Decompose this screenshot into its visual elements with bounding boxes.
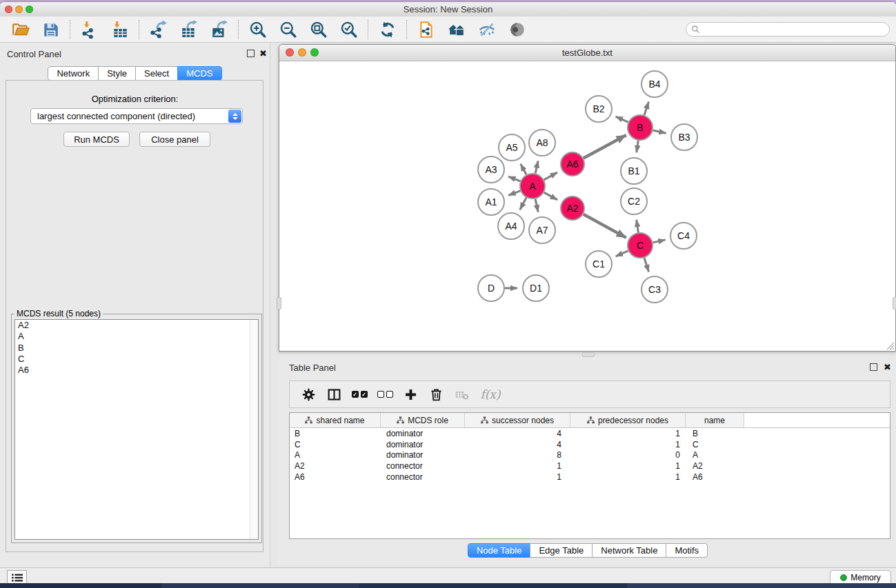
export-image-button[interactable] xyxy=(209,19,230,40)
zoom-fit-button[interactable] xyxy=(308,19,329,40)
cell-MCDS-role[interactable]: connector xyxy=(381,461,465,471)
edge-C-C3[interactable] xyxy=(644,258,649,272)
cell-MCDS-role[interactable]: connector xyxy=(381,472,465,482)
export-network-button[interactable] xyxy=(148,19,169,40)
open-file-button[interactable] xyxy=(10,19,31,40)
edge-B-B2[interactable] xyxy=(616,116,628,122)
edge-A-A4[interactable] xyxy=(520,198,526,210)
node-B3[interactable]: B3 xyxy=(671,124,697,150)
tab-node-table[interactable]: Node Table xyxy=(468,543,531,558)
cell-successor-nodes[interactable]: 8 xyxy=(465,450,570,460)
table-row[interactable]: Cdominator41C xyxy=(290,439,890,450)
table-row[interactable]: A6connector11A6 xyxy=(290,472,890,483)
column-header-shared-name[interactable]: shared name xyxy=(290,413,381,427)
split-panel-columns-button[interactable] xyxy=(322,383,346,405)
close-panel-icon[interactable]: ✖ xyxy=(259,50,267,58)
cell-predecessor-nodes[interactable]: 0 xyxy=(570,450,686,460)
tab-select[interactable]: Select xyxy=(135,66,178,81)
edge-A2-C[interactable] xyxy=(584,214,626,238)
cell-shared-name[interactable]: A6 xyxy=(290,472,381,482)
node-B4[interactable]: B4 xyxy=(641,71,668,97)
split-divider-grip-right[interactable] xyxy=(893,297,896,310)
edge-C-C1[interactable] xyxy=(616,251,628,256)
result-list-item[interactable]: A xyxy=(15,331,258,342)
cell-name[interactable]: A2 xyxy=(686,461,744,471)
cell-shared-name[interactable]: B xyxy=(290,429,381,438)
tab-network[interactable]: Network xyxy=(48,66,99,81)
node-D[interactable]: D xyxy=(478,275,504,301)
cell-successor-nodes[interactable]: 1 xyxy=(465,461,570,471)
cell-shared-name[interactable]: A xyxy=(290,450,381,460)
cell-MCDS-role[interactable]: dominator xyxy=(381,450,465,460)
table-row[interactable]: Bdominator41B xyxy=(290,428,890,439)
cell-predecessor-nodes[interactable]: 1 xyxy=(570,429,686,438)
table-settings-button[interactable] xyxy=(297,383,320,405)
node-C2[interactable]: C2 xyxy=(621,188,647,214)
home-view-button[interactable] xyxy=(446,19,467,40)
edge-C-C2[interactable] xyxy=(637,220,639,232)
node-A3[interactable]: A3 xyxy=(478,156,504,183)
hide-eye-button[interactable] xyxy=(477,19,497,40)
tab-motifs[interactable]: Motifs xyxy=(666,543,708,558)
result-list-item[interactable]: A6 xyxy=(15,365,258,376)
split-divider-grip-bottom[interactable] xyxy=(582,352,595,357)
node-A6[interactable]: A6 xyxy=(561,152,584,176)
export-table-button[interactable] xyxy=(179,19,199,40)
cell-predecessor-nodes[interactable]: 1 xyxy=(570,461,686,471)
search-input[interactable] xyxy=(700,23,889,35)
node-A4[interactable]: A4 xyxy=(498,213,524,239)
table-float-panel-icon[interactable] xyxy=(870,363,877,371)
cell-name[interactable]: C xyxy=(686,440,744,449)
zoom-in-button[interactable] xyxy=(248,19,268,40)
tab-edge-table[interactable]: Edge Table xyxy=(530,543,593,558)
result-list-scrollbar[interactable] xyxy=(250,320,258,539)
select-all-rows-button[interactable]: ✓✓ xyxy=(348,383,371,405)
result-list-item[interactable]: C xyxy=(15,354,258,365)
cell-predecessor-nodes[interactable]: 1 xyxy=(570,440,686,449)
cell-shared-name[interactable]: A2 xyxy=(290,461,381,471)
deselect-all-rows-button[interactable] xyxy=(373,383,397,405)
node-A7[interactable]: A7 xyxy=(529,217,555,243)
import-table-button[interactable] xyxy=(110,19,130,40)
node-B1[interactable]: B1 xyxy=(621,158,647,184)
node-A2[interactable]: A2 xyxy=(561,196,584,220)
edge-C-C4[interactable] xyxy=(653,240,666,243)
cell-successor-nodes[interactable]: 4 xyxy=(465,429,570,438)
node-A[interactable]: A xyxy=(520,174,545,199)
cell-name[interactable]: B xyxy=(686,429,744,438)
node-A1[interactable]: A1 xyxy=(478,189,504,215)
tab-network-table[interactable]: Network Table xyxy=(592,543,666,558)
import-network-button[interactable] xyxy=(79,19,100,40)
table-row[interactable]: Adominator80A xyxy=(290,449,890,460)
cell-MCDS-role[interactable]: dominator xyxy=(381,429,465,438)
table-row[interactable]: A2connector11A2 xyxy=(290,460,890,472)
zoom-selected-button[interactable] xyxy=(339,19,359,40)
network-canvas[interactable]: ABCA2A6A1A3A4A5A7A8B1B2B3B4C1C2C3C4DD1 xyxy=(279,61,895,351)
cell-name[interactable]: A6 xyxy=(686,472,744,482)
cell-successor-nodes[interactable]: 1 xyxy=(465,472,570,482)
column-header-name[interactable]: name xyxy=(686,413,744,427)
edge-A-A6[interactable] xyxy=(544,172,557,180)
node-A5[interactable]: A5 xyxy=(499,134,525,161)
result-list-item[interactable]: A2 xyxy=(15,320,258,331)
cell-name[interactable]: A xyxy=(686,450,744,460)
close-panel-button[interactable]: Close panel xyxy=(139,132,210,147)
save-session-button[interactable] xyxy=(41,19,61,40)
column-header-MCDS-role[interactable]: MCDS role xyxy=(381,413,465,427)
edge-B-B4[interactable] xyxy=(644,102,648,115)
cell-successor-nodes[interactable]: 4 xyxy=(465,440,570,449)
cell-shared-name[interactable]: C xyxy=(290,440,381,449)
node-D1[interactable]: D1 xyxy=(523,275,549,301)
result-list-item[interactable]: B xyxy=(15,343,258,354)
node-B[interactable]: B xyxy=(628,115,653,140)
window-resize-grip[interactable] xyxy=(885,341,895,350)
edge-A-A7[interactable] xyxy=(535,199,538,212)
edge-B-B1[interactable] xyxy=(637,141,638,152)
delete-column-button[interactable] xyxy=(424,383,448,405)
run-mcds-button[interactable]: Run MCDS xyxy=(63,132,130,147)
cell-predecessor-nodes[interactable]: 1 xyxy=(570,472,686,482)
edge-A-A3[interactable] xyxy=(508,176,520,181)
zoom-out-button[interactable] xyxy=(278,19,299,40)
node-C4[interactable]: C4 xyxy=(670,223,697,249)
criterion-select[interactable]: largest connected component (directed) xyxy=(30,108,243,124)
